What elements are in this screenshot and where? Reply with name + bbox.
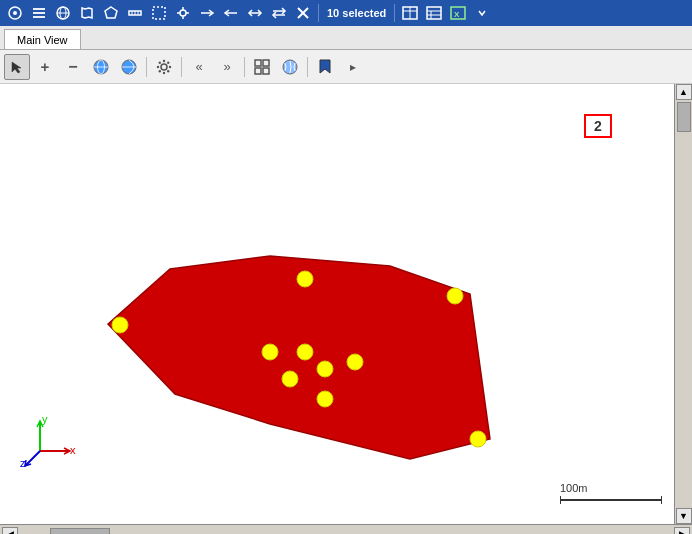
globe-icon[interactable] xyxy=(52,2,74,24)
svg-point-61 xyxy=(262,344,278,360)
layers-icon[interactable] xyxy=(28,2,50,24)
zoom-out-button[interactable]: − xyxy=(60,54,86,80)
scale-label: 100m xyxy=(560,482,588,494)
scrollbar-right: ▲ ▼ xyxy=(674,84,692,524)
separator-t3 xyxy=(244,57,245,77)
svg-point-64 xyxy=(317,361,333,377)
scroll-down-arrow[interactable]: ▼ xyxy=(676,508,692,524)
svg-text:y: y xyxy=(42,413,48,425)
separator-t2 xyxy=(181,57,182,77)
grid-button[interactable] xyxy=(249,54,275,80)
table-icon[interactable] xyxy=(399,2,421,24)
select-rect-icon[interactable] xyxy=(148,2,170,24)
svg-point-14 xyxy=(180,10,186,16)
svg-rect-29 xyxy=(427,7,441,19)
svg-point-62 xyxy=(297,344,313,360)
map-icon[interactable] xyxy=(76,2,98,24)
svg-point-60 xyxy=(470,431,486,447)
svg-rect-3 xyxy=(33,12,45,14)
bottom-scrollbar: ◀ ▶ xyxy=(0,524,692,534)
svg-point-45 xyxy=(169,65,171,67)
top-toolbar: 10 selected X xyxy=(0,0,692,26)
arrow-right-icon[interactable] xyxy=(196,2,218,24)
attribute-table-icon[interactable] xyxy=(423,2,445,24)
svg-marker-35 xyxy=(12,62,21,73)
dropdown-arrow-icon[interactable] xyxy=(471,2,493,24)
scroll-left-arrow[interactable]: ◀ xyxy=(2,527,18,535)
arrow-select-tool[interactable] xyxy=(4,54,30,80)
zoom-in-button[interactable]: + xyxy=(32,54,58,80)
forward-button[interactable]: » xyxy=(214,54,240,80)
svg-rect-4 xyxy=(33,16,45,18)
svg-rect-50 xyxy=(255,60,261,66)
arrow-alt-icon[interactable] xyxy=(268,2,290,24)
svg-point-66 xyxy=(317,391,333,407)
svg-point-49 xyxy=(159,70,161,72)
excel-icon[interactable]: X xyxy=(447,2,469,24)
h-scroll-thumb[interactable] xyxy=(50,528,110,535)
map-view-button[interactable] xyxy=(277,54,303,80)
map-canvas xyxy=(0,84,674,524)
settings-button[interactable] xyxy=(151,54,177,80)
scale-line xyxy=(560,496,662,504)
arrow-both-icon[interactable] xyxy=(244,2,266,24)
svg-text:X: X xyxy=(454,10,460,19)
ruler-icon[interactable] xyxy=(124,2,146,24)
svg-point-44 xyxy=(157,65,159,67)
svg-point-43 xyxy=(163,71,165,73)
axis-indicator: y x z xyxy=(20,411,80,474)
svg-rect-2 xyxy=(33,8,45,10)
map-container[interactable]: 2 y x z 100m ▲ ▼ xyxy=(0,84,692,524)
svg-point-47 xyxy=(167,70,169,72)
svg-point-42 xyxy=(163,59,165,61)
separator-2 xyxy=(394,4,395,22)
svg-point-57 xyxy=(112,317,128,333)
scale-tick-right xyxy=(661,496,662,504)
scroll-right-arrow[interactable]: ▶ xyxy=(674,527,690,535)
svg-text:x: x xyxy=(70,444,76,456)
globe-partial-button[interactable] xyxy=(116,54,142,80)
globe-full-button[interactable] xyxy=(88,54,114,80)
second-toolbar: + − « » ▸ xyxy=(0,50,692,84)
separator-1 xyxy=(318,4,319,22)
scale-bar: 100m xyxy=(560,482,662,504)
svg-point-63 xyxy=(282,371,298,387)
svg-point-41 xyxy=(161,64,167,70)
map-label-2: 2 xyxy=(584,114,612,138)
pointer-icon[interactable] xyxy=(4,2,26,24)
h-scroll-track[interactable] xyxy=(20,527,672,535)
scroll-thumb[interactable] xyxy=(677,102,691,132)
svg-point-48 xyxy=(167,61,169,63)
network-icon[interactable] xyxy=(172,2,194,24)
svg-rect-53 xyxy=(263,68,269,74)
svg-line-71 xyxy=(25,451,40,466)
arrow-left-icon[interactable] xyxy=(220,2,242,24)
svg-point-65 xyxy=(347,354,363,370)
svg-rect-52 xyxy=(255,68,261,74)
separator-t4 xyxy=(307,57,308,77)
scroll-up-arrow[interactable]: ▲ xyxy=(676,84,692,100)
svg-marker-8 xyxy=(105,7,117,18)
more-button[interactable]: ▸ xyxy=(340,54,366,80)
separator-t1 xyxy=(146,57,147,77)
scale-line-bar xyxy=(561,499,661,501)
polygon-icon[interactable] xyxy=(100,2,122,24)
svg-point-46 xyxy=(159,61,161,63)
selected-count-label: 10 selected xyxy=(327,7,386,19)
tab-bar: Main View xyxy=(0,26,692,50)
svg-text:z: z xyxy=(20,457,26,469)
svg-point-59 xyxy=(447,288,463,304)
tab-main-view[interactable]: Main View xyxy=(4,29,81,49)
svg-rect-51 xyxy=(263,60,269,66)
svg-point-1 xyxy=(13,11,17,15)
back-button[interactable]: « xyxy=(186,54,212,80)
bookmark-button[interactable] xyxy=(312,54,338,80)
svg-rect-13 xyxy=(153,7,165,19)
svg-point-58 xyxy=(297,271,313,287)
close-x-icon[interactable] xyxy=(292,2,314,24)
